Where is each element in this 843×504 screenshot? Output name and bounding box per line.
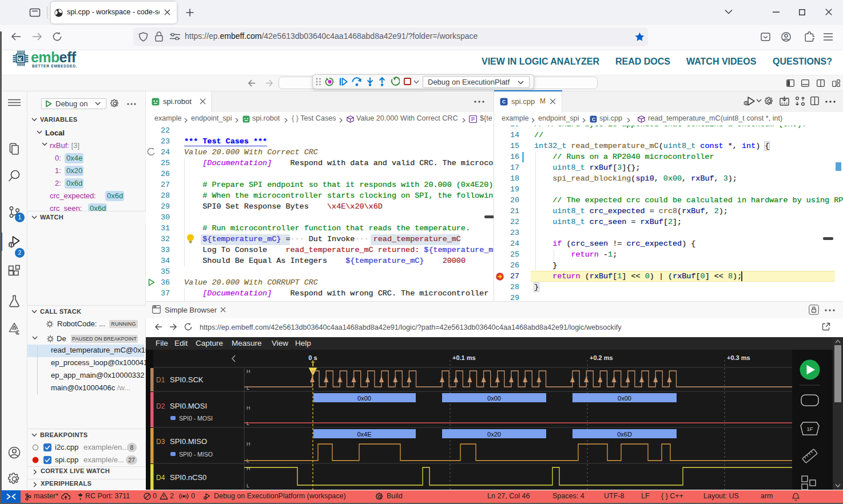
svg-text:+0.1 ms: +0.1 ms [452,354,476,361]
svg-text:C: C [592,117,595,122]
svg-text:SPI0 - MOSI: SPI0 - MOSI [179,415,213,422]
svg-text:0x00: 0x00 [618,395,631,402]
svg-text:0x6D: 0x6D [617,431,632,438]
svg-text:SPI0 - MISO: SPI0 - MISO [179,451,213,458]
svg-text:D4: D4 [156,474,165,482]
svg-text:0x00: 0x00 [487,395,501,402]
svg-text:H: H [246,441,250,447]
svg-text:L: L [246,483,249,489]
svg-text:0x00: 0x00 [357,395,371,402]
svg-text:0x4E: 0x4E [357,431,371,438]
svg-text:H: H [246,369,250,374]
svg-text:D3: D3 [156,438,165,446]
svg-text:D2: D2 [156,402,165,410]
svg-text:L: L [246,421,249,426]
svg-text:SPI0.MOSI: SPI0.MOSI [170,402,207,410]
svg-text:SPI0.MISO: SPI0.MISO [170,437,207,446]
svg-text:SPI0.nCS0: SPI0.nCS0 [170,473,206,482]
svg-text:+0.3 ms: +0.3 ms [727,354,750,361]
svg-text:+0.2 ms: +0.2 ms [590,354,613,361]
svg-text:0x20: 0x20 [487,431,501,438]
svg-text:C: C [502,99,506,105]
svg-text:H: H [246,405,250,411]
svg-text:L: L [246,385,249,391]
svg-text:D1: D1 [156,376,165,384]
svg-text:H: H [246,466,250,471]
svg-text:SPI0.SCK: SPI0.SCK [170,375,204,384]
svg-text:1F: 1F [806,426,813,432]
